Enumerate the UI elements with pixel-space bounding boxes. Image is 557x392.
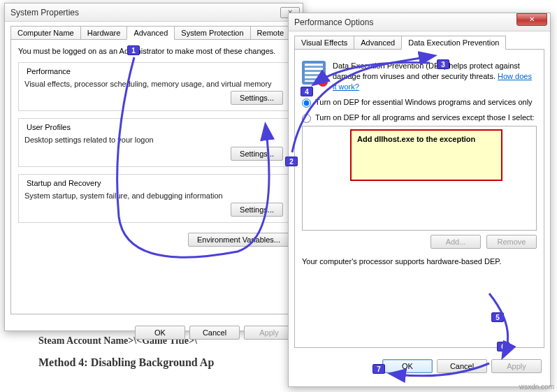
callout-badge-3: 3	[437, 59, 449, 69]
environment-variables-button[interactable]: Environment Variables...	[188, 233, 289, 247]
group-desc: Desktop settings related to your logon	[24, 136, 283, 144]
radio-essential[interactable]	[302, 99, 311, 108]
performance-group: Performance Visual effects, processor sc…	[18, 62, 289, 111]
callout-badge-6: 6	[497, 342, 509, 351]
tab-advanced[interactable]: Advanced	[126, 26, 175, 40]
dep-tab-pane: Data Execution Prevention (DEP) helps pr…	[294, 49, 544, 348]
callout-badge-4: 4	[301, 87, 313, 96]
tab-dep[interactable]: Data Execution Prevention	[401, 36, 506, 50]
close-icon[interactable]: ✕	[516, 13, 547, 26]
radio-all[interactable]	[302, 114, 311, 123]
tab-strip: Computer Name Hardware Advanced System P…	[5, 22, 303, 39]
ok-button[interactable]: OK	[382, 359, 433, 373]
exception-list[interactable]: Add dllhost.exe to the exception	[302, 126, 537, 231]
group-desc: System startup, system failure, and debu…	[24, 191, 283, 200]
tab-hardware[interactable]: Hardware	[80, 26, 128, 39]
dep-desc-text: Data Execution Prevention (DEP) helps pr…	[333, 61, 520, 80]
apply-button[interactable]: Apply	[244, 326, 294, 340]
startup-recovery-group: Startup and Recovery System startup, sys…	[18, 174, 289, 223]
apply-button[interactable]: Apply	[491, 359, 542, 373]
add-button[interactable]: Add...	[431, 235, 481, 249]
article-heading: Method 4: Disabling Background Ap	[38, 356, 304, 369]
titlebar[interactable]: Performance Options ✕	[289, 13, 550, 31]
radio-label: Turn on DEP for essential Windows progra…	[315, 98, 533, 106]
tab-strip: Visual Effects Advanced Data Execution P…	[289, 31, 550, 49]
group-title: Startup and Recovery	[24, 179, 103, 187]
tab-visual-effects[interactable]: Visual Effects	[294, 36, 354, 49]
image-credit: wsxdn.com	[519, 383, 554, 391]
callout-badge-7: 7	[372, 364, 385, 374]
dep-option-essential[interactable]: Turn on DEP for essential Windows progra…	[302, 98, 537, 108]
tab-computer-name[interactable]: Computer Name	[10, 26, 81, 39]
performance-options-window: Performance Options ✕ Visual Effects Adv…	[288, 13, 551, 387]
dialog-buttons: OK Cancel Apply	[289, 354, 550, 379]
ok-button[interactable]: OK	[135, 326, 185, 340]
window-title: System Properties	[10, 8, 280, 17]
shield-icon	[302, 61, 326, 85]
dialog-buttons: OK Cancel Apply	[5, 320, 303, 345]
user-profiles-group: User Profiles Desktop settings related t…	[18, 118, 289, 167]
user-profiles-settings-button[interactable]: Settings...	[231, 147, 283, 161]
processor-support-msg: Your computer's processor supports hardw…	[302, 257, 537, 266]
cancel-button[interactable]: Cancel	[189, 326, 240, 340]
group-desc: Visual effects, processor scheduling, me…	[24, 80, 283, 88]
remove-button[interactable]: Remove	[486, 235, 537, 249]
startup-settings-button[interactable]: Settings...	[231, 203, 283, 217]
annotation-note: Add dllhost.exe to the exception	[350, 129, 502, 181]
radio-label: Turn on DEP for all programs and service…	[315, 113, 535, 122]
titlebar[interactable]: System Properties ✕	[5, 3, 303, 22]
tab-advanced[interactable]: Advanced	[354, 36, 402, 49]
group-title: User Profiles	[24, 123, 73, 131]
system-properties-window: System Properties ✕ Computer Name Hardwa…	[4, 3, 303, 331]
dep-description: Data Execution Prevention (DEP) helps pr…	[333, 61, 537, 92]
tab-remote[interactable]: Remote	[250, 26, 291, 39]
callout-badge-2: 2	[285, 157, 298, 166]
tab-system-protection[interactable]: System Protection	[174, 26, 250, 39]
group-title: Performance	[24, 67, 73, 75]
admin-warning: You must be logged on as an Administrato…	[18, 47, 289, 55]
callout-badge-1: 1	[127, 45, 140, 55]
performance-settings-button[interactable]: Settings...	[231, 91, 283, 105]
callout-badge-5: 5	[491, 312, 504, 322]
advanced-tab-pane: You must be logged on as an Administrato…	[10, 39, 297, 314]
dep-option-all[interactable]: Turn on DEP for all programs and service…	[302, 113, 537, 123]
cancel-button[interactable]: Cancel	[437, 359, 487, 373]
window-title: Performance Options	[294, 17, 516, 27]
